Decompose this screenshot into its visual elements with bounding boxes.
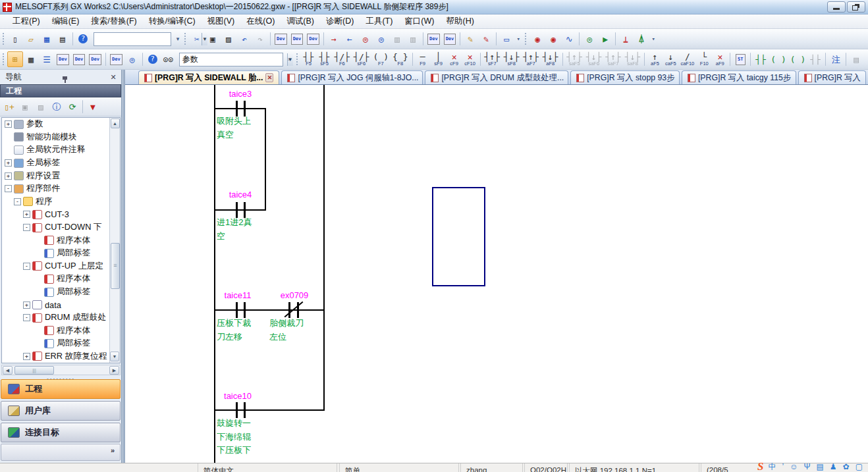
tree-expander[interactable] <box>35 249 42 257</box>
tree-item[interactable]: 程序本体 <box>2 234 109 247</box>
toolbar-button[interactable] <box>579 32 580 45</box>
toolbar-button[interactable]: ☰ <box>39 51 55 67</box>
menu-item[interactable]: 搜索/替换(F) <box>85 14 142 28</box>
toolbar-button[interactable]: ◎ <box>124 51 140 67</box>
ladder-symbol-button[interactable]: ┤↑├ sF7 <box>483 51 502 67</box>
ladder-symbol-button[interactable] <box>644 53 645 66</box>
ladder-symbol-button[interactable]: ✕ cF10 <box>462 51 478 67</box>
ime-icon[interactable]: ☺ <box>790 462 798 471</box>
ladder-cursor[interactable] <box>432 187 485 286</box>
ladder-editor[interactable]: taice3 吸附头上真空 taice4 进1进2真空 taice11 压板下裁… <box>125 85 868 463</box>
tree-item[interactable]: + 参数 <box>2 118 109 131</box>
toolbar-button[interactable]: ▣ <box>205 31 221 47</box>
find-target-input[interactable] <box>180 55 287 64</box>
ladder-symbol-button[interactable]: ┤/├ F6 <box>333 51 352 67</box>
toolbar-button[interactable]: Dev <box>442 31 458 47</box>
toolbar-button[interactable] <box>105 53 106 66</box>
tree-item[interactable]: 局部标签 <box>2 247 109 260</box>
restore-button[interactable] <box>847 1 865 13</box>
tree-expander[interactable]: - <box>14 198 21 205</box>
nav-toolbar-button[interactable]: ▨ <box>33 99 49 115</box>
toolbar-button[interactable]: ▦ <box>23 51 39 67</box>
toolbar-button[interactable]: ▥ <box>389 31 405 47</box>
ladder-symbol-button[interactable]: ↓ caF5 <box>663 51 678 67</box>
toolbar-button[interactable]: ⊞ <box>7 51 23 67</box>
tree-expander[interactable] <box>5 146 12 153</box>
tree-expander[interactable]: + <box>23 211 30 218</box>
ladder-symbol-button[interactable]: ┤↓├ saF8 <box>623 51 642 67</box>
scroll-right-icon[interactable]: ▶ <box>109 366 119 375</box>
tree-item[interactable]: - DRUM 成型鼓处 <box>2 311 109 325</box>
tree-expander[interactable]: - <box>23 314 30 321</box>
menu-item[interactable]: 视图(V) <box>202 14 241 28</box>
tree-expander[interactable] <box>35 340 42 347</box>
ladder-edit-button[interactable] <box>750 53 751 66</box>
toolbar-button[interactable]: ◉ <box>545 31 561 47</box>
ladder-symbol-button[interactable]: ┤↑├ aF7 <box>522 51 541 67</box>
toolbar-button[interactable]: Dev <box>87 51 103 67</box>
toolbar-button[interactable]: ▥ <box>405 31 421 47</box>
toolbar-button[interactable]: ◎ <box>358 31 373 47</box>
ladder-symbol-button[interactable]: ┤↓├ aF8 <box>541 51 560 67</box>
ladder-symbol-button[interactable]: │ sF9 <box>431 51 447 67</box>
ladder-symbol-button[interactable]: ↑ aF5 <box>647 51 663 67</box>
ladder-symbol-button[interactable]: ┤├ F5 <box>301 51 317 67</box>
toolbar-button[interactable]: ▤ <box>55 31 70 47</box>
toolbar-button[interactable]: ▾ <box>649 31 657 47</box>
toolbar-button[interactable]: ▯ <box>7 31 23 47</box>
toolbar-button[interactable]: ◎ <box>582 31 597 47</box>
tree-expander[interactable] <box>35 237 42 244</box>
tree-item[interactable]: 程序本体 <box>2 325 109 338</box>
nav-toolbar-button[interactable]: ⟳ <box>65 99 80 115</box>
minimize-button[interactable] <box>827 1 846 13</box>
toolbar-button[interactable]: Dev <box>289 31 306 47</box>
ladder-symbol-button[interactable]: ∕ caF10 <box>678 51 696 67</box>
toolbar-button[interactable]: ▱ <box>23 31 39 47</box>
tree-item[interactable]: - CUT-UP 上层定 <box>2 260 109 273</box>
toolbar-button[interactable] <box>323 32 324 45</box>
toolbar-button[interactable]: ? <box>145 51 161 67</box>
find-target-combobox[interactable]: ▼ <box>179 53 283 66</box>
ladder-symbol-button[interactable] <box>480 53 481 66</box>
sogou-logo-icon[interactable]: S <box>757 460 763 472</box>
toolbar-button[interactable]: ∿ <box>561 31 577 47</box>
toolbar-button[interactable]: ← <box>342 31 358 47</box>
document-tab[interactable]: [PRG]R 写入 taicgy 115步 <box>682 70 796 84</box>
toolbar-button[interactable] <box>423 32 423 45</box>
ime-icon[interactable]: Ψ <box>803 462 810 471</box>
tree-item[interactable]: - 程序 <box>2 196 109 209</box>
toolbar-button[interactable]: Dev <box>273 31 289 47</box>
document-tab[interactable]: [PRG]R 写入 DRUM 成型鼓处理... <box>425 70 568 84</box>
toolbar-button[interactable]: Dev <box>55 51 71 67</box>
nav-toolbar-button[interactable]: ▯+ <box>1 99 17 115</box>
tree-item[interactable]: 局部标签 <box>2 286 109 299</box>
ladder-symbol-button[interactable]: ─ F9 <box>415 51 431 67</box>
tab-close-icon[interactable]: ✕ <box>265 73 273 82</box>
toolbar-button[interactable]: ▦ <box>39 31 55 47</box>
menu-item[interactable]: 在线(O) <box>240 14 281 28</box>
ladder-symbol-button[interactable]: └ F10 <box>696 51 712 67</box>
document-tab[interactable]: [PRG]R 写入 stopp 93步 <box>570 70 680 84</box>
nav-toolbar-button[interactable] <box>82 100 83 113</box>
tree-expander[interactable] <box>35 275 42 282</box>
ladder-edit-button[interactable]: ( ) <box>788 51 807 67</box>
toolbar-overflow-button[interactable]: » <box>286 51 294 67</box>
toolbar-button[interactable] <box>615 32 616 45</box>
nav-toolbar-button[interactable]: ▼ <box>85 99 101 115</box>
toolbar-button[interactable]: ↶ <box>236 31 252 47</box>
toolbar-button[interactable]: ◎ <box>373 31 389 47</box>
tree-horizontal-scrollbar[interactable]: ◀ ▶ <box>1 365 121 375</box>
tree-item[interactable]: + 全局标签 <box>2 157 109 170</box>
tree-expander[interactable]: + <box>23 302 30 309</box>
ladder-symbol-button[interactable] <box>412 53 413 66</box>
ladder-edit-button[interactable]: ┤├ <box>753 51 769 67</box>
tree-expander[interactable]: - <box>23 263 30 270</box>
toolbar-button[interactable]: Dev <box>108 51 124 67</box>
scrollbar-thumb[interactable] <box>14 366 54 375</box>
scroll-left-icon[interactable]: ◀ <box>3 366 13 375</box>
toolbar-button[interactable] <box>2 53 5 66</box>
toolbar-button[interactable]: ⊙⊙ <box>161 51 176 67</box>
tree-item[interactable]: 全局软元件注释 <box>2 144 109 157</box>
tree-expander[interactable]: - <box>5 185 12 192</box>
tree-expander[interactable]: - <box>23 224 30 231</box>
